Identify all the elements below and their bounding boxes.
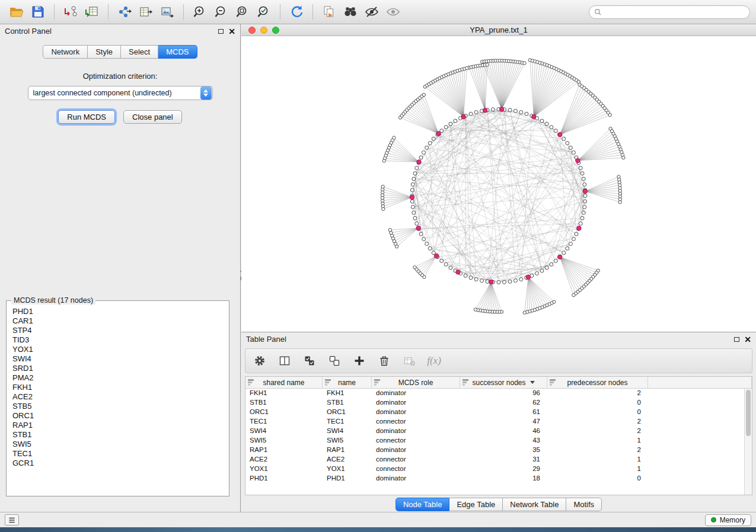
mcds-result-item[interactable]: SWI5 [12,440,227,449]
find-button[interactable] [340,2,361,21]
mcds-result-item[interactable]: ORC1 [12,411,227,421]
float-panel-icon[interactable] [218,29,224,34]
export-network-button[interactable] [114,2,135,21]
sort-icon [550,379,556,387]
tab-network[interactable]: Network [43,45,88,59]
mcds-result-item[interactable]: STP4 [12,326,227,335]
add-row-button[interactable] [351,352,368,369]
import-table-button[interactable] [81,2,103,21]
search-input[interactable] [605,8,745,16]
mcds-result-item[interactable]: TID3 [12,335,227,345]
tab-mcds[interactable]: MCDS [158,45,197,59]
save-button[interactable] [27,2,49,21]
table-cell: 0 [547,398,648,408]
network-window-titlebar[interactable]: YPA_prune.txt_1 [241,24,756,36]
zoom-fit-button[interactable] [232,2,253,21]
open-folder-button[interactable] [6,2,27,21]
mcds-result-item[interactable]: RAP1 [12,421,227,430]
table-cell: dominator [372,398,460,408]
application-window: Control Panel ✕ NetworkStyleSelectMCDS O… [0,0,756,532]
import-network-button[interactable] [60,2,81,21]
delete-row-button[interactable] [376,352,393,369]
column-header-MCDS-role[interactable]: MCDS role [372,377,460,388]
tab-style[interactable]: Style [88,45,121,59]
mcds-result-item[interactable]: PHD1 [12,307,227,316]
deselect-all-button[interactable] [326,352,343,369]
memory-status-icon [711,517,716,523]
close-panel-icon[interactable]: ✕ [744,336,751,342]
table-cell: 1 [547,455,648,464]
refresh-layout-button[interactable] [286,2,307,21]
table-row[interactable]: STB1STB1dominator620 [245,398,752,408]
network-graph-canvas[interactable] [241,36,756,332]
table-cell: RAP1 [323,446,372,455]
table-row[interactable]: ORC1ORC1dominator610 [245,408,752,417]
table-cell: 2 [547,427,648,436]
show-columns-button[interactable] [276,352,293,369]
column-header-shared-name[interactable]: shared name [245,377,323,388]
export-image-button[interactable] [157,2,178,21]
mcds-result-item[interactable]: STB1 [12,430,227,440]
mcds-result-item[interactable]: ACE2 [12,392,227,402]
table-cell: 96 [460,389,547,398]
search-icon [594,8,602,16]
table-scrollbar[interactable] [744,389,752,495]
export-table-button[interactable] [135,2,157,21]
mcds-result-item[interactable]: YOX1 [12,345,227,354]
scrollbar-thumb[interactable] [746,390,751,436]
table-row[interactable]: YOX1YOX1connector291 [245,464,752,474]
preview-button[interactable] [382,2,404,21]
mcds-result-item[interactable]: SWI4 [12,354,227,364]
mcds-result-item[interactable]: GCR1 [12,459,227,468]
tab-edge-table[interactable]: Edge Table [449,498,503,511]
float-panel-icon[interactable] [734,337,739,342]
clone-network-button[interactable] [318,2,340,21]
network-canvas-area[interactable] [241,36,756,332]
close-panel-button[interactable]: Close panel [123,110,182,124]
run-mcds-button[interactable]: Run MCDS [58,110,115,124]
save-icon [31,5,45,19]
mcds-result-item[interactable]: TEC1 [12,449,227,459]
hide-selection-button[interactable] [361,2,382,21]
zoom-selected-button[interactable] [253,2,275,21]
table-settings-button[interactable] [251,352,268,369]
table-cell-filler [648,446,752,455]
mcds-result-item[interactable]: FKH1 [12,383,227,392]
table-options-disabled-button [401,352,417,369]
column-header-successor-nodes[interactable]: successor nodes [460,377,547,388]
table-row[interactable]: ACE2ACE2connector311 [245,455,752,464]
table-row[interactable]: FKH1FKH1dominator962 [245,389,752,398]
table-row[interactable]: SWI4SWI4dominator462 [245,427,752,436]
delete-row-icon [378,355,390,367]
task-history-button[interactable] [5,514,19,525]
mcds-result-item[interactable]: CAR1 [12,316,227,326]
memory-button[interactable]: Memory [705,514,751,526]
table-row[interactable]: TEC1TEC1connector472 [245,417,752,427]
table-cell-filler [648,455,752,464]
select-all-button[interactable] [301,352,318,369]
tab-select[interactable]: Select [121,45,158,59]
criterion-dropdown[interactable]: largest connected component (undirected) [28,86,213,100]
tab-node-table[interactable]: Node Table [395,498,450,511]
table-cell: connector [372,455,460,464]
tab-motifs[interactable]: Motifs [566,498,602,511]
table-cell-filler [648,436,752,446]
column-header-name[interactable]: name [323,377,372,388]
table-cell: dominator [372,446,460,455]
desktop-background [0,527,756,532]
table-cell: 2 [547,417,648,427]
column-header-predecessor-nodes[interactable]: predecessor nodes [547,377,648,388]
network-view-window: YPA_prune.txt_1 [241,24,756,332]
mcds-result-list: PHD1CAR1STP4TID3YOX1SWI4SRD1PMA2FKH1ACE2… [12,307,227,493]
tab-network-table[interactable]: Network Table [503,498,566,511]
mcds-result-item[interactable]: PMA2 [12,373,227,383]
close-panel-icon[interactable]: ✕ [228,28,235,34]
table-row[interactable]: PHD1PHD1dominator180 [245,474,752,483]
table-row[interactable]: SWI5SWI5connector431 [245,436,752,446]
mcds-result-item[interactable]: STB5 [12,402,227,411]
zoom-in-button[interactable] [189,2,210,21]
zoom-out-button[interactable] [210,2,232,21]
table-row[interactable]: RAP1RAP1dominator352 [245,446,752,455]
mcds-result-item[interactable]: SRD1 [12,364,227,373]
deselect-all-icon [328,355,340,367]
